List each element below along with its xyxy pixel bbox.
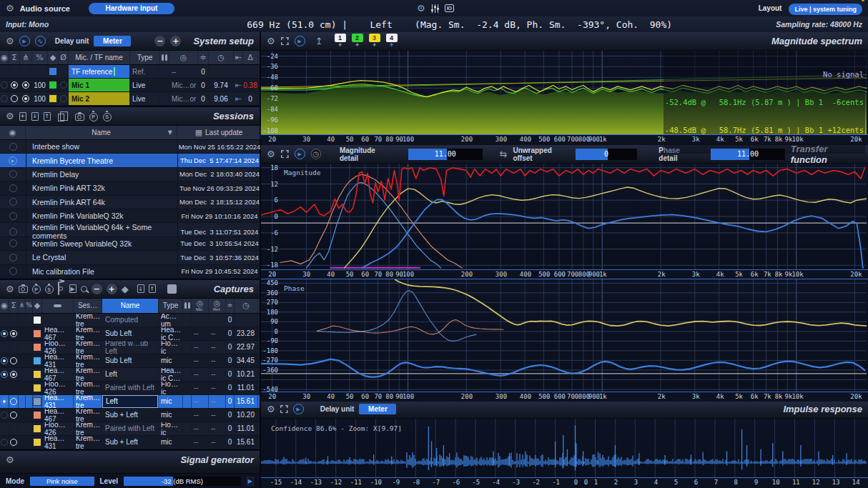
capture-row[interactable]: Hea…467Krem…treSub + Leftmic----010.20 [0,409,260,422]
magnitude-detail-field[interactable]: 11.00 [408,149,482,160]
capture-row[interactable]: Hea…467Krem…treSub LeftHea…ic C…----023.… [0,327,260,341]
captures-gear-icon[interactable]: ⚙ [6,284,14,294]
group-3-add-icon[interactable]: + [373,42,376,49]
sum-column-icon[interactable]: Σ [12,54,17,61]
cap-ref-target-header[interactable]: ◎Ref. [213,299,221,312]
system-setup-row[interactable]: 100Mic 1LiveMic…or09.74⇤0.38 [0,79,260,92]
cap-eye-icon[interactable]: ◉ [1,302,8,309]
radio-indicator[interactable] [10,371,17,378]
radio-indicator[interactable] [10,439,17,446]
cap-routing-icon[interactable]: ⋔ [19,302,25,309]
polarity-toggle[interactable] [60,81,67,89]
radio-indicator[interactable] [11,95,18,102]
capture-name-cell-focused[interactable]: Left [102,395,158,408]
radio-indicator[interactable] [10,398,17,405]
inspect-icon[interactable] [81,286,87,292]
capture-color-swatch[interactable] [34,412,41,419]
spectrum-plot[interactable]: -24-36-48-60-72-84-96-108 No signal -52.… [261,51,868,134]
tf-fullscreen-icon[interactable] [281,150,289,158]
session-row[interactable]: Kremlin Sweep VariableQ 32kTue Dec 3 10:… [0,237,260,251]
zoom-out-button[interactable]: − [154,36,165,46]
color-column-icon[interactable]: ◆ [50,54,56,61]
cap-name-column-header[interactable]: Name [102,299,159,313]
mic-name-cell[interactable]: Mic 1 [69,79,129,91]
polarity-toggle[interactable] [60,95,67,102]
duplicate-session-icon[interactable] [58,114,64,121]
delay-unit-meter-button[interactable]: Meter [94,36,131,46]
layout-label[interactable]: Layout [759,4,782,12]
session-radio[interactable] [9,267,17,275]
capture-row[interactable]: Hea…467Krem…treLeftHea…ic C…----010.21 [0,368,260,382]
export-capture-icon[interactable]: ↑ [149,284,156,293]
session-row[interactable]: Kremlin Pink VariableQ 32kFri Nov 29 10:… [0,209,260,223]
system-setup-gear-icon[interactable]: ⚙ [6,36,14,46]
faders-icon[interactable] [430,4,440,13]
radio-indicator[interactable] [10,357,17,364]
capture-color-swatch[interactable] [34,317,41,324]
tf-gear-icon[interactable]: ⚙ [267,149,275,159]
sweep-timer-icon[interactable]: S [45,285,54,294]
captures-zoom-in-button[interactable]: + [107,284,117,294]
audio-source-gear-icon[interactable]: ⚙ [6,4,14,13]
io-icon[interactable]: IO [445,4,454,12]
group-2-add-icon[interactable]: + [355,42,359,49]
capture-row[interactable]: Floo… 426Krem…trePaired with LeftFlo…ic-… [0,422,260,436]
session-row[interactable]: Kremlin Pink ART 32kTue Nov 26 09:33:29 … [0,181,260,195]
color-swatch[interactable] [49,81,56,89]
group-4-add-icon[interactable]: + [390,42,393,49]
impulse-meter-button[interactable]: Meter [359,404,396,414]
polarity-column-icon[interactable]: Ø [60,54,66,61]
align-icon[interactable]: ⇤ [235,81,241,89]
capture-row[interactable]: Hea…431Krem…treSub Leftmic----034.45 [0,354,260,368]
session-radio[interactable] [9,170,17,178]
session-row[interactable]: Mic calibration FileFri Nov 29 10:45:52 … [0,265,260,279]
cap-sum-icon[interactable]: Σ [11,302,16,309]
impulse-gear-icon[interactable]: ⚙ [267,404,275,414]
capture-row[interactable]: Hea…431Krem…treSub + Leftmic----015.61 [0,436,260,449]
group-1-add-icon[interactable]: + [338,42,342,49]
routing-column-icon[interactable]: ⋔ [22,54,29,61]
phase-detail-field[interactable]: 11.00 [711,149,784,160]
spectrum-fullscreen-icon[interactable] [281,37,289,45]
tfmag-chart[interactable]: 181260-6-12-18Magnitude [261,164,867,269]
capture-color-swatch[interactable] [34,344,41,351]
settings-gear-icon[interactable]: ⚙ [417,4,425,13]
pink-capture-timer-icon[interactable]: P [89,113,98,121]
import-session-icon[interactable]: ↓ [31,112,39,121]
radio-indicator[interactable] [1,439,8,446]
session-row[interactable]: Kremlin Pink VariableQ 64k + Some commen… [0,223,260,236]
eye-toggle[interactable] [1,81,8,89]
generator-wave-icon[interactable]: ∿ [35,36,46,46]
cap-micpair-icon[interactable] [184,302,190,309]
session-row[interactable]: Interbee showMon Nov 25 16:55:22 2024 [0,140,260,154]
sessions-name-header[interactable]: Name ▼ [26,126,177,139]
cap-gain-icon[interactable]: % [26,302,32,309]
capture-color-swatch[interactable] [34,357,41,364]
gain-column-icon[interactable]: % [36,54,43,61]
session-row[interactable]: Kremlin Pink ART 64kMon Dec 2 18:15:12 2… [0,196,260,209]
sort-filter-icon[interactable]: ▼ [168,130,172,136]
capture-row[interactable]: Hea…431Krem…treLeftmic----015.61 [0,395,260,409]
export-session-icon[interactable]: ↑ [44,112,51,121]
mic-pair-column-icon[interactable] [162,54,167,61]
cap-mic-target-header[interactable]: ◎Mic. [196,299,204,312]
impulse-live-icon[interactable]: ▶ [293,404,304,414]
radio-indicator[interactable] [1,330,8,337]
cap-delay-icon[interactable]: ◷ [242,302,250,309]
snapshot-icon[interactable] [75,114,84,121]
capture-color-swatch[interactable] [34,330,41,337]
captures-zoom-out-button[interactable]: − [92,284,102,294]
radio-indicator[interactable] [1,357,8,364]
radio-indicator[interactable] [1,398,8,405]
radio-indicator[interactable] [10,412,17,419]
color-swatch[interactable] [49,95,56,102]
radio-indicator[interactable] [22,81,29,89]
capture-row[interactable]: Floo… 426Krem…trePaired w…ub LeftFlo…ic-… [0,341,260,354]
session-row[interactable]: Le CrystalTue Dec 3 10:57:36 2024 [0,251,260,264]
name-column-header[interactable]: Mic. / TF name [69,51,130,64]
sessions-gear-icon[interactable]: ⚙ [6,111,14,121]
align-icon[interactable]: ⇤ [235,95,241,103]
report-icon[interactable]: ▶ [69,284,77,293]
move-to-top-icon[interactable]: ↥ [315,36,323,46]
cap-filter-icon[interactable]: ≑ [227,302,233,309]
